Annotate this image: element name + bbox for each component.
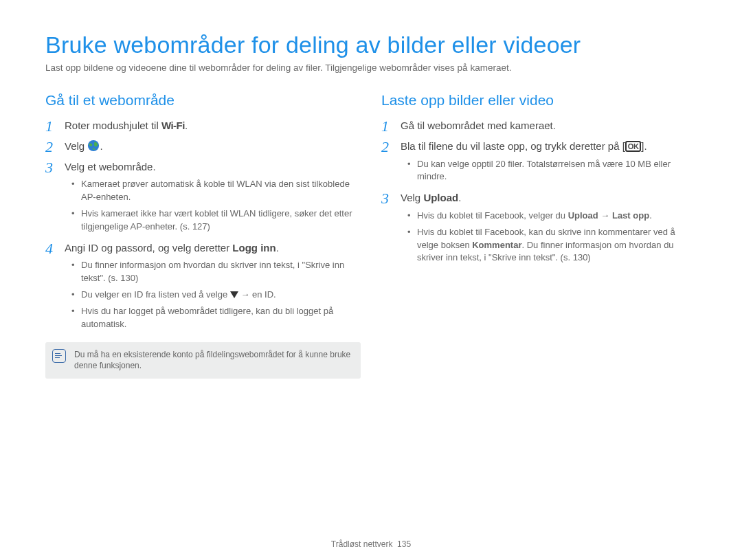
globe-icon xyxy=(87,139,100,152)
step3-bullets: Kameraet prøver automatisk å koble til W… xyxy=(65,178,361,233)
right-step-1: 1 Gå til webområdet med kameraet. xyxy=(381,118,697,133)
page-footer: Trådløst nettverk 135 xyxy=(0,539,742,549)
step4-pre: Angi ID og passord, og velg deretter xyxy=(65,242,232,254)
step2-pre: Velg xyxy=(65,140,87,152)
note-text: Du må ha en eksisterende konto på fildel… xyxy=(74,349,351,372)
sub2-post: → en ID. xyxy=(238,289,276,300)
triangle-down-icon xyxy=(230,291,238,298)
bullet: Kameraet prøver automatisk å koble til W… xyxy=(74,178,361,204)
r-step3-pre: Velg xyxy=(401,192,423,203)
wifi-icon: Wi-Fi xyxy=(161,120,185,131)
bullet: Du kan velge opptil 20 filer. Totalstørr… xyxy=(410,158,697,184)
ok-button-icon: OK xyxy=(625,141,642,152)
left-step-2: 2 Velg . xyxy=(45,139,361,154)
note-box: Du må ha en eksisterende konto på fildel… xyxy=(45,342,361,379)
page-intro: Last opp bildene og videoene dine til we… xyxy=(45,63,697,73)
right-step-2: 2 Bla til filene du vil laste opp, og tr… xyxy=(381,139,697,183)
step1-pre: Roter modushjulet til xyxy=(65,120,161,131)
sub2-pre: Du velger en ID fra listen ved å velge xyxy=(81,289,230,300)
right-step-3: 3 Velg Upload. Hvis du koblet til Facebo… xyxy=(381,190,697,265)
step3-text: Velg et webområde. xyxy=(65,161,156,172)
step-number: 1 xyxy=(381,115,389,137)
footer-label: Trådløst nettverk xyxy=(331,539,393,549)
step-number: 4 xyxy=(45,238,53,260)
sub1-b2: Last opp xyxy=(612,210,649,221)
right-heading: Laste opp bilder eller video xyxy=(381,92,697,109)
sub1-mid: → xyxy=(598,210,612,221)
step-number: 3 xyxy=(381,188,389,210)
left-step-4: 4 Angi ID og passord, og velg deretter L… xyxy=(45,240,361,331)
footer-page-number: 135 xyxy=(397,539,411,549)
r-step3-bullets: Hvis du koblet til Facebook, velger du U… xyxy=(401,210,697,265)
left-step-3: 3 Velg et webområde. Kameraet prøver aut… xyxy=(45,159,361,234)
r-step2-pre: Bla til filene du vil laste opp, og tryk… xyxy=(401,140,625,152)
r-step2-post: ]. xyxy=(641,140,647,152)
bullet: Du finner informasjon om hvordan du skri… xyxy=(74,259,361,285)
left-column: Gå til et webområde 1 Roter modushjulet … xyxy=(45,88,361,379)
right-column: Laste opp bilder eller video 1 Gå til we… xyxy=(381,88,697,379)
sub1-post: . xyxy=(649,210,652,221)
left-heading: Gå til et webområde xyxy=(45,92,361,109)
step4-bold: Logg inn xyxy=(232,242,276,254)
manual-page: Bruke webområder for deling av bilder el… xyxy=(0,0,742,560)
step-number: 1 xyxy=(45,115,53,137)
bullet: Hvis du koblet til Facebook, velger du U… xyxy=(410,210,697,223)
two-column-layout: Gå til et webområde 1 Roter modushjulet … xyxy=(45,88,697,379)
r-step1-text: Gå til webområdet med kameraet. xyxy=(401,120,556,131)
sub2-bold: Kommentar xyxy=(472,240,521,250)
left-step-1: 1 Roter modushjulet til Wi-Fi. xyxy=(45,118,361,133)
step2-post: . xyxy=(100,140,102,152)
bullet: Hvis du har logget på webområdet tidlige… xyxy=(74,305,361,331)
r-step3-post: . xyxy=(458,192,461,203)
step4-bullets: Du finner informasjon om hvordan du skri… xyxy=(65,259,361,331)
r-step3-bold: Upload xyxy=(423,192,458,203)
r-step2-bullets: Du kan velge opptil 20 filer. Totalstørr… xyxy=(401,158,697,184)
sub1-pre: Hvis du koblet til Facebook, velger du xyxy=(417,210,568,221)
step1-post: . xyxy=(185,120,188,131)
step4-post: . xyxy=(276,242,279,254)
sub1-b1: Upload xyxy=(568,210,598,221)
step-number: 2 xyxy=(381,136,389,158)
step-number: 3 xyxy=(45,157,53,179)
step-number: 2 xyxy=(45,136,53,158)
bullet: Hvis du koblet til Facebook, kan du skri… xyxy=(410,226,697,265)
note-icon xyxy=(52,349,66,363)
bullet: Hvis kameraet ikke har vært koblet til W… xyxy=(74,208,361,234)
page-title: Bruke webområder for deling av bilder el… xyxy=(45,32,697,58)
bullet: Du velger en ID fra listen ved å velge →… xyxy=(74,289,361,302)
